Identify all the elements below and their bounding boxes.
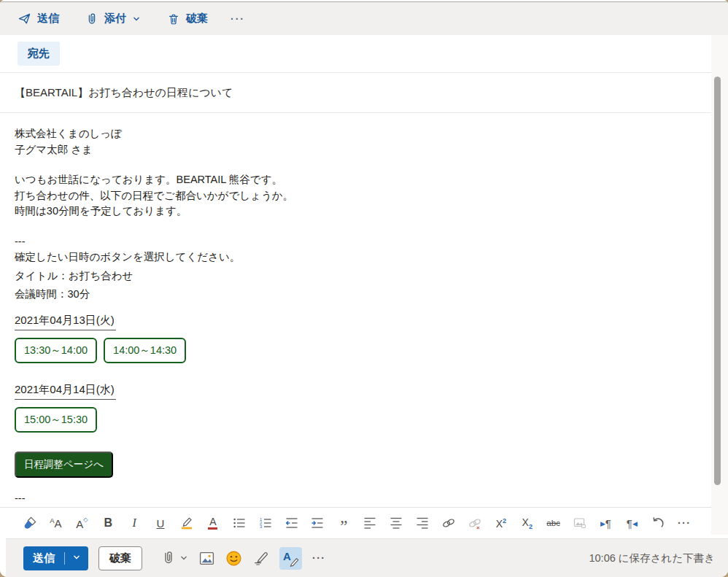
trash-icon	[167, 12, 180, 26]
instruction-line: 確定したい日時のボタンを選択してください。	[15, 249, 697, 266]
schedule-day-section: 2021年04月13日(火) 13:30～14:00 14:00～14:30	[15, 303, 697, 363]
font-size-icon[interactable]: A◇	[72, 512, 92, 534]
bold-icon[interactable]: B	[98, 512, 118, 534]
emoji-icon[interactable]	[225, 550, 242, 567]
chevron-down-icon[interactable]	[179, 554, 188, 562]
discard-button[interactable]: 破棄	[98, 546, 142, 570]
insert-image-icon[interactable]	[570, 512, 589, 534]
more-icon[interactable]: ···	[675, 512, 694, 534]
subscript-icon[interactable]: X2	[517, 512, 537, 534]
greeting-line: 株式会社くまのしっぽ	[15, 126, 697, 142]
underline-icon[interactable]: U	[151, 512, 171, 534]
undo-icon[interactable]	[648, 512, 668, 534]
recipients-input[interactable]	[60, 35, 711, 72]
meeting-title-line: タイトル：お打ち合わせ	[15, 268, 697, 284]
intro-line: 打ち合わせの件、以下の日程でご都合いかがでしょうか。	[15, 188, 697, 204]
greeting-line: 子グマ太郎 さま	[15, 142, 697, 158]
mail-compose-window: 送信 添付 破棄 ··· 宛先 【BEARTAIL】お打ち合わせの日程につい	[0, 0, 728, 577]
intro-line: 時間は30分間を予定しております。	[15, 204, 697, 220]
strikethrough-icon[interactable]: abc	[543, 512, 563, 534]
divider-line: ---	[15, 491, 697, 507]
command-bar: 送信 添付 破棄 ···	[0, 2, 728, 35]
time-slot-button[interactable]: 15:00～15:30	[15, 407, 97, 433]
insert-link-icon[interactable]	[439, 512, 459, 534]
chevron-down-icon	[72, 553, 81, 564]
paperclip-icon[interactable]	[161, 551, 176, 565]
date-heading: 2021年04月14日(水)	[15, 382, 116, 400]
divider-line: ---	[15, 234, 697, 250]
formatting-toolbar: AAA◇BIUA123”×X2X2abc▶¶¶◀···	[0, 507, 728, 538]
discard-command-label: 破棄	[186, 12, 208, 26]
scrollbar-thumb[interactable]	[714, 77, 721, 485]
svg-text:×: ×	[476, 524, 480, 531]
font-icon[interactable]: AA	[46, 512, 66, 534]
text-highlight-icon[interactable]	[177, 512, 196, 534]
subject-text: 【BEARTAIL】お打ち合わせの日程について	[15, 86, 233, 100]
time-slot-button[interactable]: 13:30～14:00	[15, 338, 97, 363]
send-plane-icon	[18, 12, 31, 26]
compose-content: 宛先 【BEARTAIL】お打ち合わせの日程について 株式会社くまのしっぽ 子グ…	[0, 35, 728, 577]
schedule-page-button[interactable]: 日程調整ページへ	[15, 452, 113, 478]
ink-pen-icon[interactable]	[252, 550, 269, 566]
time-slot-button[interactable]: 14:00～14:30	[104, 338, 186, 363]
right-to-left-icon[interactable]: ¶◀	[622, 512, 642, 534]
remove-link-icon[interactable]: ×	[465, 512, 484, 534]
insert-image-icon[interactable]	[198, 550, 215, 567]
discard-command-button[interactable]: 破棄	[159, 7, 216, 30]
align-right-icon[interactable]	[413, 512, 433, 534]
message-body-editor[interactable]: 株式会社くまのしっぽ 子グマ太郎 さま いつもお世話になっております。BEART…	[0, 113, 711, 507]
time-slot-row: 13:30～14:00 14:00～14:30	[15, 338, 697, 363]
recipients-row: 宛先	[0, 35, 711, 73]
format-painter-icon[interactable]	[20, 512, 39, 534]
attach-command-label: 添付	[104, 12, 126, 26]
draft-saved-status: 10:06 に保存された下書き	[589, 551, 715, 565]
subject-input[interactable]: 【BEARTAIL】お打ち合わせの日程について	[0, 73, 711, 113]
bullet-list-icon[interactable]	[229, 512, 249, 534]
meeting-duration-line: 会議時間：30分	[15, 287, 697, 303]
decrease-indent-icon[interactable]	[282, 512, 301, 534]
editor-icon[interactable]: A	[279, 547, 302, 570]
align-left-icon[interactable]	[360, 512, 380, 534]
numbered-list-icon[interactable]: 123	[255, 512, 275, 534]
send-options-chevron[interactable]	[65, 546, 88, 570]
font-color-icon[interactable]: A	[203, 512, 222, 534]
time-slot-row: 15:00～15:30	[15, 407, 697, 433]
date-heading: 2021年04月13日(火)	[15, 313, 116, 330]
svg-text:3: 3	[260, 524, 262, 529]
chevron-down-icon	[132, 15, 141, 23]
increase-indent-icon[interactable]	[308, 512, 328, 534]
bottom-action-bar: 送信 破棄	[6, 538, 728, 577]
align-center-icon[interactable]	[387, 512, 406, 534]
more-options-icon[interactable]: ···	[223, 9, 252, 29]
more-options-icon[interactable]: ···	[312, 552, 326, 564]
intro-line: いつもお世話になっております。BEARTAIL 熊谷です。	[15, 172, 697, 188]
send-split-button: 送信	[23, 546, 88, 570]
quote-icon[interactable]: ”	[334, 512, 354, 534]
left-to-right-icon[interactable]: ▶¶	[596, 512, 616, 534]
send-command-button[interactable]: 送信	[9, 7, 67, 30]
send-command-label: 送信	[37, 12, 59, 26]
bottom-bar-icons: A ···	[161, 547, 326, 570]
to-button[interactable]: 宛先	[18, 42, 60, 66]
schedule-day-section: 2021年04月14日(水) 15:00～15:30	[15, 382, 697, 433]
italic-icon[interactable]: I	[125, 512, 144, 534]
paperclip-icon	[85, 12, 98, 26]
superscript-icon[interactable]: X2	[491, 512, 511, 534]
attach-command-button[interactable]: 添付	[77, 7, 149, 30]
send-button[interactable]: 送信	[23, 546, 64, 570]
